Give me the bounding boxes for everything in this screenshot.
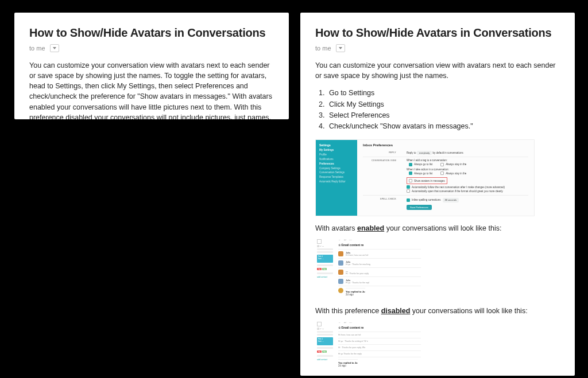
list-item: Check/uncheck "Show avatars in messages.…	[327, 121, 560, 132]
caption-enabled: With avatars enabled your conversations …	[315, 224, 560, 232]
highlighted-setting: Show avatars in messages	[407, 177, 447, 184]
to-label: to me	[29, 45, 45, 52]
checkbox-icon	[407, 185, 410, 189]
row-label: SPELL CHECK	[363, 197, 396, 201]
radio-icon	[440, 172, 444, 175]
star-icon: ☆	[338, 326, 341, 329]
screenshot-conversation-avatars: ⬜ ↩︎ ⋯ Feb 4from … tag tag add contact ←…	[315, 237, 424, 299]
radio-icon	[409, 172, 412, 175]
reply-note: by default in conversations	[433, 151, 463, 154]
list-item: Go to Settings	[327, 88, 560, 99]
list-item: Select Preferences	[327, 110, 560, 121]
sidebar-item: My Settings	[319, 149, 354, 152]
screenshot-preferences: Settings My Settings Profile Notificatio…	[315, 139, 535, 216]
screenshot-conversation-no-avatars: ⬜ ↩︎ ⋯ Feb 4from … tag tag add contact ←…	[315, 319, 424, 376]
recipient-line: to me	[315, 44, 560, 52]
save-button: Save Preferences	[407, 205, 432, 210]
title: How to Show/Hide Avatars in Conversation…	[315, 26, 560, 40]
list-item: Click My Settings	[327, 99, 560, 110]
sidebar-item: Response Templates	[319, 176, 354, 179]
sidebar-heading: Settings	[319, 143, 354, 147]
sidebar-item: Conversation Settings	[319, 171, 354, 174]
checkbox-icon	[407, 189, 410, 193]
panel-title: Inbox Preferences	[363, 143, 528, 148]
radio-icon	[409, 163, 412, 166]
settings-sidebar: Settings My Settings Profile Notificatio…	[316, 140, 357, 216]
body-paragraph: You can customize your conversation view…	[29, 60, 274, 119]
sidebar-item: Notifications	[319, 158, 354, 161]
caption-disabled: With this preference disabled your conve…	[315, 307, 560, 315]
email-card-rich: How to Show/Hide Avatars in Conversation…	[300, 13, 575, 376]
steps-list: Go to Settings Click My Settings Select …	[315, 88, 560, 133]
sidebar-item: Preferences	[319, 162, 354, 166]
row-label: REPLY	[363, 151, 396, 154]
to-label: to me	[315, 45, 331, 52]
title: How to Show/Hide Avatars in Conversation…	[29, 26, 274, 40]
sidebar-item: Automatic Reply Editor	[319, 180, 354, 184]
dropdown-icon[interactable]	[50, 44, 59, 52]
reply-pill: everybody	[417, 151, 432, 155]
intro-paragraph: You can customize your conversation view…	[315, 60, 560, 81]
sidebar-item: Profile	[319, 153, 354, 157]
sidebar-item: Company Settings	[319, 167, 354, 170]
row-label: CONVERSATION VIEW	[363, 159, 396, 162]
email-card-compact: How to Show/Hide Avatars in Conversation…	[14, 13, 289, 119]
subject: Email content re	[341, 243, 363, 247]
checkbox-icon	[409, 179, 412, 182]
radio-icon	[440, 163, 444, 166]
star-icon: ☆	[338, 243, 341, 247]
subject: Email content re	[341, 326, 363, 329]
dropdown-icon[interactable]	[336, 44, 345, 52]
recipient-line: to me	[29, 44, 274, 52]
settings-panel: Inbox Preferences REPLY Reply to everybo…	[357, 140, 534, 216]
checkbox-icon	[407, 198, 410, 202]
